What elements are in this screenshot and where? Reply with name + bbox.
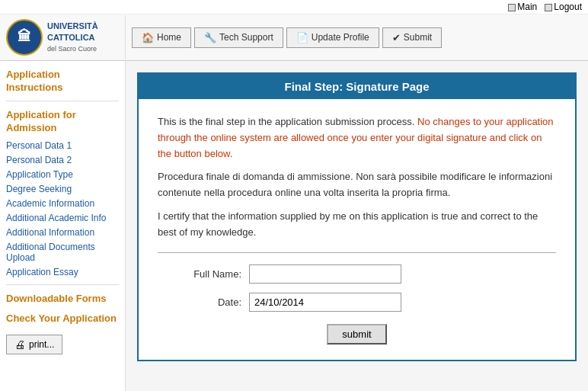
sidebar-downloadable-forms-title: Downloadable Forms xyxy=(6,293,119,306)
wrench-icon: 🔧 xyxy=(204,32,216,43)
sidebar: Application Instructions Application for… xyxy=(0,61,126,391)
home-icon: 🏠 xyxy=(142,32,154,43)
date-row: Date: xyxy=(158,293,556,312)
update-profile-label: Update Profile xyxy=(312,32,369,43)
print-button[interactable]: 🖨 print... xyxy=(6,335,62,354)
sidebar-check-application-title: Check Your Application xyxy=(6,312,119,325)
form-container: Final Step: Signature Page This is the f… xyxy=(137,72,577,361)
main-content: Final Step: Signature Page This is the f… xyxy=(126,61,588,391)
home-button[interactable]: 🏠 Home xyxy=(132,27,191,48)
date-label: Date: xyxy=(158,296,249,308)
tech-support-label: Tech Support xyxy=(219,32,273,43)
printer-icon: 🖨 xyxy=(14,338,25,351)
sidebar-admission-title: Application for Admission xyxy=(6,109,119,135)
nav-bar: 🏠 Home 🔧 Tech Support 📄 Update Profile ✔… xyxy=(126,27,588,48)
sidebar-item-personal-data-2[interactable]: Personal Data 2 xyxy=(6,154,119,166)
sidebar-item-personal-data-1[interactable]: Personal Data 1 xyxy=(6,139,119,152)
intro-italic: Procedura finale di domanda di ammission… xyxy=(158,169,556,201)
main-link[interactable]: Main xyxy=(517,2,537,12)
intro-line1: This is the final step in the applicatio… xyxy=(158,116,414,127)
full-name-row: Full Name: xyxy=(158,264,556,284)
sidebar-item-additional-academic-info[interactable]: Additional Academic Info xyxy=(6,212,119,224)
submit-nav-button[interactable]: ✔ Submit xyxy=(382,27,442,48)
sidebar-item-academic-information[interactable]: Academic Information xyxy=(6,197,119,210)
sidebar-item-application-type[interactable]: Application Type xyxy=(6,168,119,181)
sidebar-item-additional-information[interactable]: Additional Information xyxy=(6,226,119,239)
sidebar-item-application-essay[interactable]: Application Essay xyxy=(6,266,119,278)
sidebar-item-degree-seeking[interactable]: Degree Seeking xyxy=(6,183,119,195)
certify-text: I certify that the information supplied … xyxy=(158,209,556,241)
submit-row: submit xyxy=(158,324,556,345)
logout-link[interactable]: Logout xyxy=(554,2,582,12)
tech-support-button[interactable]: 🔧 Tech Support xyxy=(194,27,283,48)
print-label: print... xyxy=(29,339,54,350)
update-profile-button[interactable]: 📄 Update Profile xyxy=(286,27,379,48)
intro-paragraph: This is the final step in the applicatio… xyxy=(158,114,556,162)
form-body: This is the final step in the applicatio… xyxy=(139,99,575,360)
logo-area: 🏛 UNIVERSITÀCATTOLICAdel Sacro Cuore xyxy=(0,15,126,59)
sidebar-item-additional-documents[interactable]: Additional Documents Upload xyxy=(6,241,119,264)
university-name: UNIVERSITÀCATTOLICAdel Sacro Cuore xyxy=(47,21,98,53)
form-header: Final Step: Signature Page xyxy=(139,74,575,99)
submit-nav-label: Submit xyxy=(404,32,432,43)
university-logo: 🏛 xyxy=(6,19,43,56)
form-divider xyxy=(158,252,556,253)
full-name-input[interactable] xyxy=(249,264,401,284)
submit-button[interactable]: submit xyxy=(327,324,386,345)
sidebar-instructions-title: Application Instructions xyxy=(6,69,119,95)
profile-icon: 📄 xyxy=(296,32,308,43)
home-label: Home xyxy=(157,32,181,43)
date-input[interactable] xyxy=(249,293,401,312)
checkmark-icon: ✔ xyxy=(392,32,401,43)
full-name-label: Full Name: xyxy=(158,268,249,280)
